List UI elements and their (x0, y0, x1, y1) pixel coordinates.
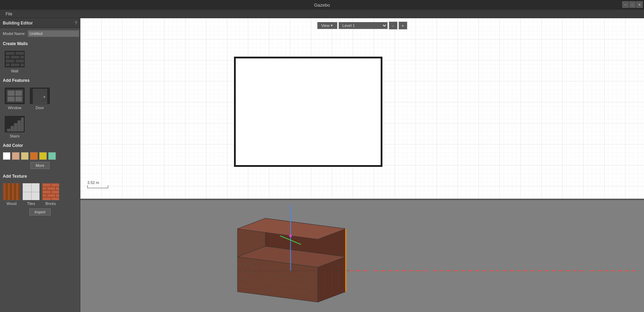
title-bar: Gazebo ─ □ ✕ (0, 0, 644, 10)
svg-point-20 (43, 96, 45, 98)
svg-rect-6 (6, 59, 15, 63)
scale-bar (87, 185, 108, 188)
svg-rect-36 (51, 184, 59, 186)
color-yellow[interactable] (39, 152, 47, 160)
svg-rect-38 (47, 187, 55, 190)
door-icon (29, 87, 50, 105)
tiles-texture[interactable]: Tiles (22, 183, 40, 206)
create-walls-title: Create Walls (0, 39, 80, 48)
tiles-texture-icon (22, 183, 40, 200)
svg-rect-2 (15, 52, 24, 55)
model-name-input[interactable] (28, 30, 79, 37)
view-chevron-icon: ▼ (330, 24, 333, 27)
svg-rect-43 (47, 194, 55, 197)
svg-rect-44 (56, 194, 59, 197)
svg-rect-5 (20, 56, 24, 59)
svg-rect-8 (6, 63, 10, 66)
view-button[interactable]: View ▼ (317, 22, 337, 29)
texture-section: Wood Tiles (0, 180, 80, 221)
top-panel-2d[interactable]: View ▼ Level 1Level 2Level 3 - + 3.52 m (80, 18, 644, 199)
wood-texture-icon (3, 183, 20, 200)
add-features-title: Add Features (0, 76, 80, 84)
add-texture-title: Add Texture (0, 172, 80, 180)
view-label: View (321, 23, 330, 28)
scale-line (87, 185, 108, 188)
minimize-button[interactable]: ─ (622, 1, 629, 8)
bricks-texture[interactable]: Bricks (42, 183, 59, 206)
window-tool[interactable]: Window (3, 86, 27, 111)
color-khaki[interactable] (21, 152, 29, 160)
view-toolbar: View ▼ Level 1Level 2Level 3 - + (317, 22, 407, 29)
color-section: More (0, 149, 80, 172)
svg-rect-35 (43, 184, 51, 186)
svg-rect-31 (32, 184, 40, 192)
svg-rect-46 (51, 198, 59, 200)
file-menu[interactable]: File (3, 12, 15, 16)
model-name-row: Model Name: (0, 28, 80, 39)
svg-rect-26 (21, 118, 24, 132)
menu-bar: File (0, 10, 644, 18)
tiles-label: Tiles (27, 201, 35, 206)
svg-rect-40 (43, 191, 51, 193)
texture-grid: Wood Tiles (3, 183, 77, 206)
svg-rect-33 (32, 192, 40, 200)
import-button[interactable]: Import (29, 208, 51, 215)
svg-rect-25 (17, 120, 21, 132)
color-teal[interactable] (48, 152, 56, 160)
svg-rect-10 (20, 63, 24, 66)
svg-rect-22 (7, 129, 10, 132)
3d-viewport (80, 200, 644, 312)
color-orange[interactable] (30, 152, 38, 160)
level-minus-button[interactable]: - (389, 22, 397, 29)
svg-rect-39 (56, 187, 59, 190)
sidebar: Building Editor ? Model Name: Create Wal… (0, 18, 80, 312)
scale-indicator: 3.52 m (87, 180, 108, 188)
stairs-tool[interactable]: Stairs (3, 114, 27, 140)
window-title: Gazebo (314, 2, 330, 8)
svg-rect-23 (10, 126, 14, 132)
svg-point-73 (289, 234, 292, 237)
building-outline-2d (234, 57, 382, 167)
more-colors-button[interactable]: More (30, 162, 50, 169)
model-name-label: Model Name: (3, 31, 25, 36)
stairs-icon (4, 115, 25, 133)
svg-rect-13 (8, 91, 15, 96)
bricks-texture-icon (42, 183, 59, 200)
level-plus-button[interactable]: + (398, 22, 407, 29)
svg-rect-15 (8, 97, 15, 101)
stairs-tools: Stairs (0, 113, 80, 141)
wall-tool[interactable]: Wall (3, 49, 27, 75)
door-label: Door (36, 106, 44, 110)
color-white[interactable] (3, 152, 10, 160)
wood-label: Wood (7, 201, 17, 206)
bottom-panel-3d[interactable] (80, 200, 644, 312)
create-walls-tools: Wall (0, 48, 80, 76)
scale-measurement: 3.52 m (87, 180, 99, 185)
svg-rect-24 (14, 123, 17, 132)
svg-rect-32 (23, 192, 31, 200)
color-swatches (3, 152, 77, 160)
add-features-tools: Window Door (0, 84, 80, 113)
wall-icon (4, 50, 25, 68)
svg-rect-37 (43, 187, 46, 190)
color-tan[interactable] (12, 152, 20, 160)
wall-label: Wall (11, 69, 19, 73)
svg-rect-3 (6, 56, 10, 59)
wood-texture[interactable]: Wood (3, 183, 20, 206)
maximize-button[interactable]: □ (629, 1, 636, 8)
svg-rect-41 (51, 191, 59, 193)
door-tool[interactable]: Door (28, 86, 52, 111)
svg-rect-14 (15, 91, 22, 96)
help-icon[interactable]: ? (75, 20, 77, 26)
svg-rect-7 (15, 59, 24, 63)
svg-rect-50 (80, 201, 644, 311)
svg-rect-42 (43, 194, 46, 197)
svg-rect-4 (10, 56, 20, 59)
window-controls: ─ □ ✕ (622, 1, 643, 8)
main-layout: Building Editor ? Model Name: Create Wal… (0, 18, 644, 312)
svg-rect-45 (43, 198, 51, 200)
sidebar-header: Building Editor ? (0, 18, 80, 28)
level-select[interactable]: Level 1Level 2Level 3 (338, 22, 387, 29)
close-button[interactable]: ✕ (636, 1, 643, 8)
svg-rect-30 (23, 184, 31, 192)
